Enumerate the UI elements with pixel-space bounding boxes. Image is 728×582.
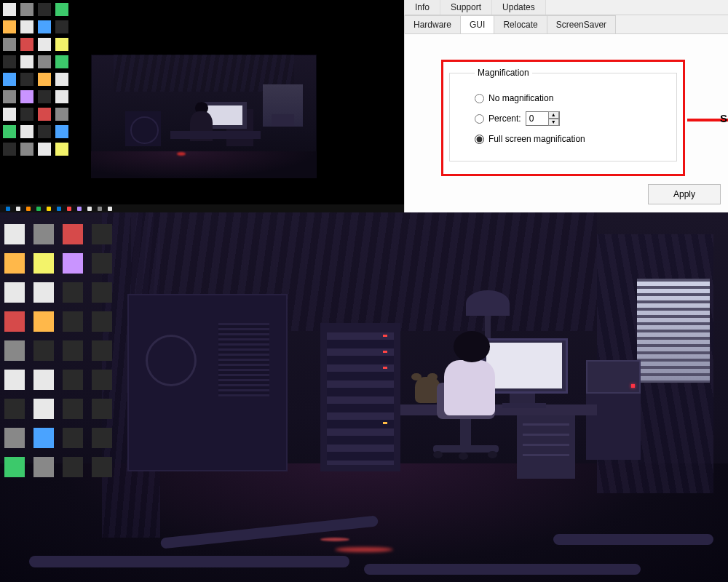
tab-support[interactable]: Support xyxy=(440,0,492,15)
tab-info[interactable]: Info xyxy=(405,0,440,15)
magnification-group: Magnification No magnification Percent: … xyxy=(449,68,677,162)
wallpaper-fullscreen xyxy=(0,212,728,582)
wallpaper-preview-small xyxy=(91,55,317,178)
desktop-thumbnail-panel xyxy=(0,0,404,204)
percent-input[interactable] xyxy=(526,113,548,124)
magnification-legend: Magnification xyxy=(475,68,532,78)
radio-no-magnification[interactable] xyxy=(475,94,484,103)
tab-relocate[interactable]: Relocate xyxy=(494,15,547,33)
settings-window: Info Support Updates Hardware GUI Reloca… xyxy=(404,0,728,212)
tabs-row-sub: Hardware GUI Relocate ScreenSaver xyxy=(405,15,728,34)
taskbar[interactable] xyxy=(0,204,404,212)
panel-body: Magnification No magnification Percent: … xyxy=(405,34,728,212)
desktop-icon-grid-small xyxy=(0,0,73,182)
radio-percent[interactable] xyxy=(475,114,484,124)
tab-gui[interactable]: GUI xyxy=(460,15,494,33)
apply-button[interactable]: Apply xyxy=(648,184,721,204)
label-fullscreen: Full screen magnification xyxy=(488,134,585,144)
percent-spin-down[interactable]: ▼ xyxy=(548,119,559,126)
tab-hardware[interactable]: Hardware xyxy=(404,15,461,33)
percent-spinner: ▲ ▼ xyxy=(526,111,560,126)
percent-spin-up[interactable]: ▲ xyxy=(548,111,559,119)
tab-screensaver[interactable]: ScreenSaver xyxy=(547,15,616,33)
desktop-icon-grid-large xyxy=(4,224,121,477)
label-percent: Percent: xyxy=(488,113,521,124)
tab-updates[interactable]: Updates xyxy=(492,0,546,15)
label-no-magnification: No magnification xyxy=(488,93,553,103)
radio-fullscreen[interactable] xyxy=(475,135,484,144)
magnification-highlight: Magnification No magnification Percent: … xyxy=(441,60,685,176)
tabs-row-top: Info Support Updates xyxy=(405,0,728,15)
callout-letter: S xyxy=(720,112,727,124)
